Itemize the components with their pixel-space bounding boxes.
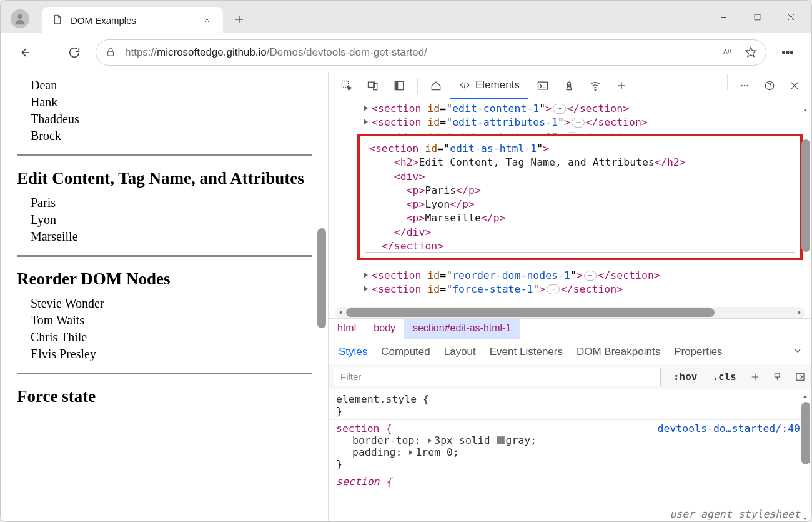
- svg-rect-2: [108, 51, 114, 56]
- computed-toggle-icon[interactable]: [789, 366, 811, 388]
- tab-close-button[interactable]: [199, 13, 214, 28]
- styles-panel-tabs: Styles Computed Layout Event Listeners D…: [329, 339, 811, 364]
- web-page-viewport[interactable]: Dean Hank Thaddeus Brock Edit Content, T…: [1, 72, 329, 522]
- section-divider: [17, 373, 312, 374]
- read-aloud-icon[interactable]: A⁾⁾: [722, 46, 735, 60]
- url-text: https://microsoftedge.github.io/Demos/de…: [125, 46, 427, 59]
- panel-tab-dom-breakpoints[interactable]: DOM Breakpoints: [577, 346, 660, 358]
- scroll-right-icon[interactable]: [795, 308, 804, 317]
- svg-point-19: [769, 88, 770, 89]
- scroll-left-icon[interactable]: [336, 308, 345, 317]
- svg-point-15: [741, 85, 742, 86]
- dom-horizontal-scrollbar[interactable]: [335, 307, 805, 318]
- profile-avatar[interactable]: [11, 9, 29, 28]
- devtools-help-icon[interactable]: [758, 74, 781, 98]
- list-item: Stevie Wonder: [31, 295, 312, 312]
- devtools-toolbar: Elements: [329, 72, 811, 99]
- more-tabs-icon[interactable]: [793, 346, 803, 359]
- svg-point-13: [567, 82, 570, 85]
- list-cities: Paris Lyon Marseille: [17, 194, 312, 245]
- device-emulation-icon[interactable]: [361, 74, 385, 98]
- favorite-icon[interactable]: [745, 46, 757, 60]
- list-item: Lyon: [31, 211, 312, 228]
- lock-icon: [105, 46, 116, 59]
- panel-tab-styles[interactable]: Styles: [339, 346, 367, 358]
- svg-rect-11: [395, 81, 398, 89]
- list-item: Tom Waits: [31, 312, 312, 329]
- minimize-button[interactable]: [706, 4, 740, 29]
- list-item: Dean: [31, 77, 312, 94]
- svg-point-0: [17, 14, 22, 19]
- svg-rect-12: [538, 82, 547, 89]
- devtools-more-icon[interactable]: [733, 74, 756, 98]
- section-divider: [17, 255, 312, 257]
- breadcrumb-item[interactable]: body: [365, 319, 404, 339]
- cls-toggle[interactable]: .cls: [705, 371, 744, 383]
- svg-text:A⁾⁾: A⁾⁾: [723, 48, 731, 56]
- styles-scrollbar[interactable]: [801, 391, 810, 522]
- user-agent-stylesheet-label: user agent stylesheet: [670, 508, 800, 520]
- svg-rect-9: [374, 83, 377, 89]
- browser-tab[interactable]: DOM Examples: [42, 7, 223, 33]
- styles-pane[interactable]: element.style { } section {devtools-do…s…: [329, 389, 811, 522]
- list-artists: Stevie Wonder Tom Waits Chris Thile Elvi…: [17, 295, 312, 363]
- panel-tab-layout[interactable]: Layout: [444, 346, 476, 358]
- settings-menu-button[interactable]: [774, 39, 801, 66]
- panel-tab-properties[interactable]: Properties: [674, 346, 722, 358]
- address-bar[interactable]: https://microsoftedge.github.io/Demos/de…: [96, 39, 766, 66]
- section-divider: [17, 154, 312, 156]
- scrollbar-thumb[interactable]: [801, 139, 810, 252]
- page-scrollbar[interactable]: [317, 72, 326, 522]
- styles-filter-input[interactable]: Filter: [334, 368, 661, 386]
- edit-as-html-textarea[interactable]: <section id="edit-as-html-1"> <h2>Edit C…: [365, 139, 795, 253]
- styles-filter-bar: Filter :hov .cls: [329, 364, 811, 389]
- new-tab-button[interactable]: [227, 7, 252, 32]
- section-heading-edit: Edit Content, Tag Name, and Attributes: [17, 169, 312, 188]
- sources-tab-icon[interactable]: [557, 74, 581, 98]
- source-link[interactable]: devtools-do…started/:40: [658, 423, 800, 434]
- scroll-up-icon[interactable]: [801, 104, 810, 113]
- list-item: Brock: [31, 128, 312, 144]
- paint-icon[interactable]: [766, 366, 789, 388]
- scroll-down-icon[interactable]: [801, 513, 810, 522]
- browser-toolbar: https://microsoftedge.github.io/Demos/de…: [1, 33, 811, 72]
- dom-tree[interactable]: <section id="edit-content-1">⋯</section>…: [329, 99, 811, 306]
- console-tab-icon[interactable]: [531, 74, 555, 98]
- list-item: Paris: [31, 194, 312, 211]
- dock-side-icon[interactable]: [387, 74, 411, 98]
- close-window-button[interactable]: [774, 4, 808, 29]
- network-tab-icon[interactable]: [583, 74, 607, 98]
- elements-tab[interactable]: Elements: [450, 72, 528, 99]
- breadcrumb-item[interactable]: html: [329, 319, 365, 339]
- svg-point-5: [786, 51, 789, 54]
- breadcrumb-item[interactable]: section#edit-as-html-1: [404, 319, 520, 339]
- hov-toggle[interactable]: :hov: [666, 371, 705, 383]
- scrollbar-thumb[interactable]: [317, 228, 326, 328]
- scrollbar-thumb[interactable]: [346, 308, 715, 317]
- svg-point-4: [783, 51, 785, 54]
- panel-tab-event-listeners[interactable]: Event Listeners: [490, 346, 563, 358]
- maximize-button[interactable]: [740, 4, 774, 29]
- list-names-1: Dean Hank Thaddeus Brock: [17, 77, 312, 144]
- dom-scrollbar[interactable]: [801, 102, 810, 296]
- window-controls: [706, 4, 808, 29]
- welcome-tab-icon[interactable]: [424, 74, 448, 98]
- back-button[interactable]: [11, 39, 38, 66]
- tab-title: DOM Examples: [71, 15, 192, 26]
- more-tabs-icon[interactable]: [610, 74, 633, 98]
- scroll-up-icon[interactable]: [801, 391, 810, 399]
- devtools-close-icon[interactable]: [783, 74, 806, 98]
- list-item: Thaddeus: [31, 111, 312, 128]
- page-icon: [52, 14, 63, 27]
- panel-tab-computed[interactable]: Computed: [381, 346, 430, 358]
- inspect-element-icon[interactable]: [335, 74, 359, 98]
- edit-as-html-highlight: <section id="edit-as-html-1"> <h2>Edit C…: [357, 134, 803, 260]
- list-item: Chris Thile: [31, 329, 312, 346]
- elements-tab-label: Elements: [475, 79, 520, 91]
- new-style-rule-icon[interactable]: [744, 366, 766, 388]
- svg-rect-1: [755, 14, 760, 20]
- scrollbar-thumb[interactable]: [801, 402, 810, 464]
- dom-breadcrumbs: html body section#edit-as-html-1: [329, 318, 811, 339]
- refresh-button[interactable]: [61, 39, 88, 66]
- svg-point-14: [595, 89, 596, 90]
